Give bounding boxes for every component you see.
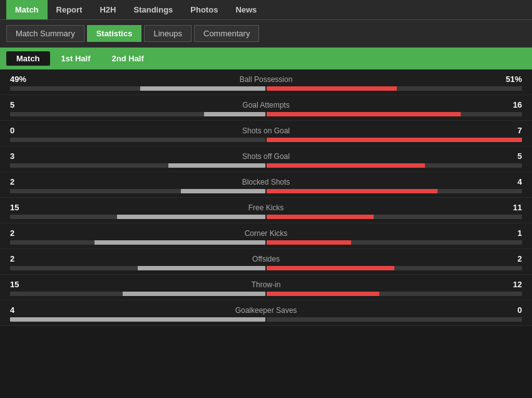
stat-bar-container — [10, 317, 522, 322]
stat-bar-fill-left — [140, 86, 265, 91]
stat-bar-right — [267, 138, 522, 142]
top-nav-tab-match[interactable]: Match — [6, 0, 48, 19]
stat-bar-fill-right — [267, 215, 374, 219]
stat-bar-container — [10, 215, 522, 219]
stat-name: Free Kicks — [29, 203, 503, 212]
stat-row: 2 Offsides 2 — [0, 249, 532, 275]
stat-name: Offsides — [29, 255, 503, 263]
stat-right-value: 0 — [503, 305, 522, 315]
stat-bar-left — [10, 138, 265, 142]
sub-tab-lineups[interactable]: Lineups — [144, 25, 192, 42]
stat-bar-container — [10, 266, 522, 270]
stat-bar-fill-right — [267, 138, 522, 142]
stat-bar-container — [10, 86, 522, 91]
sub-tab-statistics[interactable]: Statistics — [87, 25, 142, 42]
stat-left-value: 3 — [10, 151, 29, 161]
stat-left-value: 5 — [10, 100, 29, 110]
stat-name: Goal Attempts — [29, 101, 503, 110]
stat-labels: 0 Shots on Goal 7 — [10, 126, 522, 135]
stat-bar-fill-right — [267, 189, 437, 193]
stat-labels: 2 Corner Kicks 1 — [10, 228, 522, 238]
stat-name: Shots off Goal — [29, 152, 503, 161]
stat-right-value: 5 — [503, 151, 522, 161]
sub-tab-match-summary[interactable]: Match Summary — [6, 25, 84, 42]
stat-bar-fill-left — [95, 240, 265, 245]
stat-left-value: 15 — [10, 203, 29, 212]
period-tabs: Match 1st Half 2nd Half — [0, 48, 532, 69]
stat-bar-fill-right — [267, 86, 397, 91]
stat-bar-left — [10, 292, 265, 296]
stat-labels: 3 Shots off Goal 5 — [10, 151, 522, 161]
sub-tab-commentary[interactable]: Commentary — [194, 25, 259, 42]
stat-bar-fill-right — [267, 266, 394, 270]
stat-bar-left — [10, 317, 265, 322]
stat-bar-container — [10, 112, 522, 116]
top-nav-tab-photos[interactable]: Photos — [182, 0, 227, 19]
stat-name: Throw-in — [29, 280, 503, 289]
stat-bar-right — [267, 292, 522, 296]
sub-tabs: Match Summary Statistics Lineups Comment… — [0, 20, 532, 48]
period-tab-2nd-half[interactable]: 2nd Half — [102, 51, 154, 66]
period-tab-match[interactable]: Match — [6, 51, 50, 66]
stat-labels: 4 Goalkeeper Saves 0 — [10, 305, 522, 315]
stat-left-value: 0 — [10, 126, 29, 135]
stat-bar-right — [267, 86, 522, 91]
stat-labels: 15 Free Kicks 11 — [10, 203, 522, 212]
stat-bar-left — [10, 86, 265, 91]
stat-bar-fill-left — [204, 112, 265, 116]
period-tab-1st-half[interactable]: 1st Half — [51, 51, 101, 66]
stat-right-value: 7 — [503, 126, 522, 135]
stat-bar-right — [267, 266, 522, 270]
stat-bar-right — [267, 215, 522, 219]
stat-name: Ball Possession — [29, 75, 503, 84]
stat-bar-fill-right — [267, 163, 425, 168]
stat-name: Blocked Shots — [29, 178, 503, 186]
stat-left-value: 2 — [10, 228, 29, 238]
top-nav-tab-standings[interactable]: Standings — [125, 0, 182, 19]
stat-name: Corner Kicks — [29, 229, 503, 238]
top-nav-tab-report[interactable]: Report — [48, 0, 91, 19]
top-nav-tab-h2h[interactable]: H2H — [91, 0, 125, 19]
stat-bar-left — [10, 163, 265, 168]
stat-left-value: 2 — [10, 254, 29, 263]
stat-name: Goalkeeper Saves — [29, 306, 503, 315]
stat-bar-right — [267, 240, 522, 245]
stat-bar-container — [10, 240, 522, 245]
stat-bar-fill-right — [267, 240, 351, 245]
stat-bar-right — [267, 189, 522, 193]
stat-bar-right — [267, 112, 522, 116]
stat-row: 5 Goal Attempts 16 — [0, 95, 532, 121]
stat-bar-fill-right — [267, 112, 461, 116]
stat-bar-container — [10, 292, 522, 296]
stat-row: 4 Goalkeeper Saves 0 — [0, 300, 532, 326]
stat-name: Shots on Goal — [29, 126, 503, 135]
stats-area: 49% Ball Possession 51% 5 Goal Attempts … — [0, 69, 532, 326]
stat-bar-fill-left — [123, 292, 265, 296]
stat-bar-fill-left — [168, 163, 265, 168]
stat-bar-fill-left — [138, 266, 265, 270]
stat-row: 15 Throw-in 12 — [0, 275, 532, 300]
stat-left-value: 2 — [10, 177, 29, 186]
stat-bar-container — [10, 189, 522, 193]
stat-labels: 2 Offsides 2 — [10, 254, 522, 263]
stat-row: 49% Ball Possession 51% — [0, 69, 532, 95]
stat-bar-right — [267, 163, 522, 168]
stat-right-value: 12 — [503, 280, 522, 289]
stat-right-value: 4 — [503, 177, 522, 186]
stat-bar-left — [10, 240, 265, 245]
stat-bar-left — [10, 189, 265, 193]
top-nav-tab-news[interactable]: News — [227, 0, 265, 19]
stat-bar-right — [267, 317, 522, 322]
stat-labels: 15 Throw-in 12 — [10, 280, 522, 289]
stat-bar-left — [10, 112, 265, 116]
stat-row: 2 Corner Kicks 1 — [0, 223, 532, 249]
stat-row: 2 Blocked Shots 4 — [0, 172, 532, 198]
stat-row: 15 Free Kicks 11 — [0, 198, 532, 223]
stat-bar-container — [10, 138, 522, 142]
stat-bar-container — [10, 163, 522, 168]
stat-right-value: 51% — [503, 74, 522, 84]
stat-bar-fill-left — [10, 317, 265, 322]
stat-right-value: 2 — [503, 254, 522, 263]
stat-right-value: 16 — [503, 100, 522, 110]
top-nav: Match Report H2H Standings Photos News — [0, 0, 532, 20]
